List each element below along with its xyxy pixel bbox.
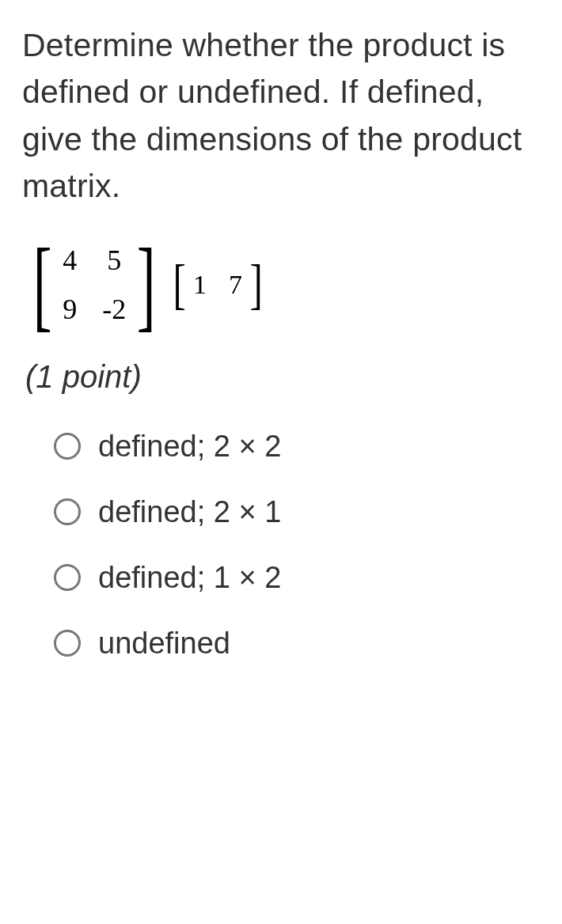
option-label: defined; 2 × 1	[98, 495, 281, 529]
option-0[interactable]: defined; 2 × 2	[54, 430, 543, 464]
matrix-expression: [ 4 5 9 -2 ] [ 1 7 ]	[25, 239, 543, 331]
matrix-a-grid: 4 5 9 -2	[59, 239, 129, 331]
radio-icon	[54, 564, 81, 591]
left-bracket-icon: [	[173, 265, 185, 304]
radio-icon	[54, 433, 81, 460]
option-label: defined; 2 × 2	[98, 430, 281, 464]
question-container: Determine whether the product is defined…	[0, 0, 562, 661]
option-2[interactable]: defined; 1 × 2	[54, 561, 543, 595]
option-3[interactable]: undefined	[54, 627, 543, 661]
matrix-b-cell: 1	[193, 270, 207, 300]
options-list: defined; 2 × 2 defined; 2 × 1 defined; 1…	[22, 430, 543, 661]
matrix-a: [ 4 5 9 -2 ]	[25, 239, 164, 331]
question-prompt: Determine whether the product is defined…	[22, 22, 543, 210]
radio-icon	[54, 498, 81, 525]
matrix-a-cell: -2	[102, 293, 126, 326]
matrix-a-cell: 4	[63, 244, 77, 277]
matrix-b-grid: 1 7	[188, 265, 247, 304]
option-label: undefined	[98, 627, 230, 661]
radio-icon	[54, 630, 81, 657]
left-bracket-icon: [	[33, 239, 52, 331]
matrix-a-cell: 9	[63, 293, 77, 326]
matrix-a-cell: 5	[107, 244, 121, 277]
option-1[interactable]: defined; 2 × 1	[54, 495, 543, 529]
right-bracket-icon: ]	[249, 265, 262, 304]
matrix-b: [ 1 7 ]	[170, 265, 266, 304]
points-label: (1 point)	[25, 359, 543, 395]
right-bracket-icon: ]	[137, 239, 156, 331]
option-label: defined; 1 × 2	[98, 561, 281, 595]
matrix-b-cell: 7	[229, 270, 242, 300]
